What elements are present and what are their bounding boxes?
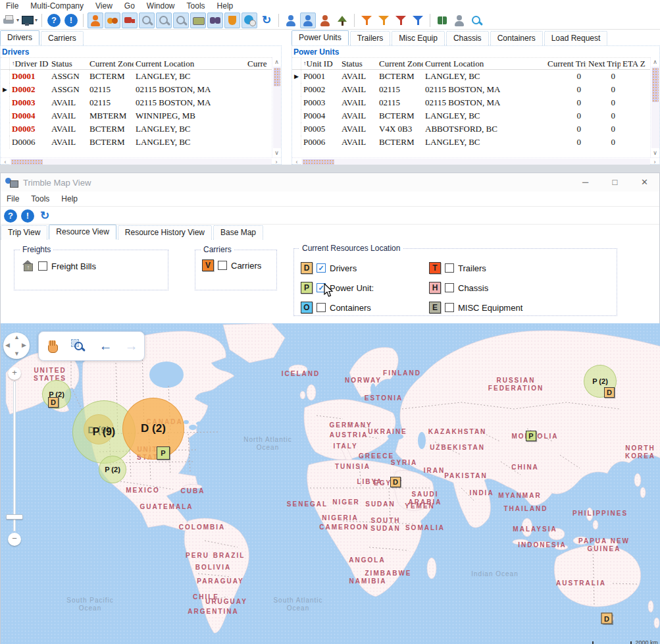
help-button[interactable]: ? — [3, 208, 18, 224]
pan-right-icon[interactable]: ▶ — [22, 342, 26, 348]
resource-toggle-freight-bills[interactable]: Freight Bills — [21, 259, 168, 273]
map-compass-pad[interactable]: ▲ ▼ ◀ ▶ — [3, 333, 30, 359]
table-row[interactable]: P0002AVAIL0211502115 BOSTON, MA00 — [292, 83, 650, 96]
menu-go[interactable]: Go — [118, 1, 141, 11]
table-row[interactable]: ▶D0002ASSGN0211502115 BOSTON, MA — [1, 83, 272, 96]
back-arrow-icon[interactable]: ← — [99, 338, 113, 354]
tab-load-request[interactable]: Load Request — [544, 31, 608, 45]
world-clock-button[interactable] — [241, 13, 257, 28]
column-header-status[interactable]: Status — [49, 59, 88, 69]
zoom-rectangle-icon[interactable] — [71, 339, 87, 354]
filter-button[interactable] — [359, 13, 374, 28]
table-row[interactable]: D0006AVAILBCTERMLANGLEY, BC — [1, 136, 272, 149]
table-row[interactable]: D0005AVAILBCTERMLANGLEY, BC — [1, 122, 272, 136]
column-header-eta-z[interactable]: ETA Z — [621, 59, 650, 69]
column-header-current-zone[interactable]: Current Zone — [88, 59, 134, 69]
resource-toggle-carriers[interactable]: VCarriers — [202, 259, 276, 271]
zoom-out-button[interactable]: − — [8, 533, 21, 546]
checkbox-chassis[interactable] — [445, 283, 454, 292]
menu-multi-company[interactable]: Multi-Company — [24, 1, 89, 11]
checkbox-drivers[interactable]: ✓ — [317, 263, 326, 273]
column-header-unit-id[interactable]: ↑Unit ID — [301, 59, 340, 69]
tab-carriers[interactable]: Carriers — [41, 31, 84, 45]
resource-toggle-trailers[interactable]: TTrailers — [429, 258, 594, 278]
table-row[interactable]: P0003AVAIL0211502115 BOSTON, MA00 — [292, 96, 650, 109]
pan-up-icon[interactable]: ▲ — [14, 334, 20, 340]
filter-clear-button[interactable] — [393, 13, 409, 28]
search-orders-button[interactable] — [156, 13, 172, 28]
filter-apply-button[interactable] — [410, 13, 426, 28]
menu-file[interactable]: File — [0, 1, 24, 11]
tab-misc-equip[interactable]: Misc Equip — [392, 31, 445, 45]
title-bar[interactable]: Trimble Map View ─ □ ✕ — [1, 173, 659, 192]
tab-containers[interactable]: Containers — [490, 31, 543, 45]
scroll-down-icon[interactable]: ∨ — [651, 148, 659, 157]
resource-badge-p[interactable]: P — [526, 431, 536, 441]
cluster-marker-d-2[interactable]: D (2) — [122, 398, 184, 460]
refresh-button[interactable]: ↻ — [259, 13, 274, 28]
column-header-driver-id[interactable]: ↑Driver ID — [10, 59, 49, 69]
binoculars-button[interactable] — [207, 13, 223, 28]
planning-button[interactable] — [334, 13, 350, 28]
user-button[interactable] — [283, 13, 299, 28]
help-button[interactable]: ? — [46, 13, 62, 28]
scroll-down-icon[interactable]: ∨ — [272, 148, 281, 157]
table-row[interactable]: P0006AVAILBCTERMLANGLEY, BC00 — [292, 136, 650, 149]
scrollbar-thumb[interactable] — [652, 68, 659, 102]
security-button[interactable] — [224, 13, 240, 28]
global-search-button[interactable] — [469, 13, 484, 28]
checkbox-freight-bills[interactable] — [38, 261, 47, 271]
ledger-button[interactable] — [434, 13, 450, 28]
tab-trailers[interactable]: Trailers — [350, 31, 391, 45]
resource-badge-d[interactable]: D — [390, 477, 401, 487]
map-tab-resource-view[interactable]: Resource View — [49, 225, 116, 240]
zoom-slider-thumb[interactable] — [6, 514, 23, 520]
drivers-vertical-scrollbar[interactable]: ∧ ∨ — [272, 57, 281, 157]
resource-toggle-power-unit[interactable]: P✓Power Unit: — [301, 278, 429, 298]
add-user-button[interactable] — [300, 13, 316, 28]
resource-toggle-chassis[interactable]: HChassis — [429, 278, 594, 298]
table-row[interactable]: P0005AVAILV4X 0B3ABBOTSFORD, BC00 — [292, 122, 650, 136]
pan-hand-icon[interactable] — [45, 340, 59, 353]
resource-toggle-misc-equipment[interactable]: EMISC Equipment — [429, 298, 594, 317]
forward-arrow-icon[interactable]: → — [125, 338, 138, 354]
map-tab-trip-view[interactable]: Trip View — [1, 225, 47, 240]
trucks-button[interactable] — [122, 13, 138, 28]
menu-tools[interactable]: Tools — [181, 1, 211, 11]
map-menu-file[interactable]: File — [1, 194, 25, 203]
map-menu-tools[interactable]: Tools — [25, 194, 55, 203]
close-button[interactable]: ✕ — [630, 174, 659, 192]
resource-badge-d[interactable]: D — [604, 387, 615, 398]
filter-add-button[interactable] — [376, 13, 392, 28]
menu-view[interactable]: View — [89, 1, 118, 11]
person-search-button[interactable] — [451, 13, 467, 28]
column-header-current-trip[interactable]: Current Trip — [546, 59, 586, 69]
cluster-marker-p-2[interactable]: P (2) — [99, 456, 126, 483]
table-row[interactable]: ▶P0001AVAILBCTERMLANGLEY, BC00 — [292, 70, 650, 83]
info-button[interactable]: ! — [63, 13, 79, 28]
print-button[interactable]: ▾ — [2, 13, 19, 28]
pan-down-icon[interactable]: ▼ — [14, 350, 20, 357]
power-units-vertical-scrollbar[interactable]: ∧ ∨ — [650, 57, 659, 157]
console-button[interactable]: ▾ — [20, 13, 38, 28]
info-button[interactable]: ! — [20, 208, 36, 224]
column-header-current-location[interactable]: Current Location — [134, 59, 245, 69]
pan-left-icon[interactable]: ◀ — [5, 342, 10, 348]
scroll-up-icon[interactable]: ∧ — [651, 57, 659, 67]
column-header-curre[interactable]: Curre — [245, 59, 272, 69]
drivers-button[interactable] — [88, 13, 103, 28]
menu-help[interactable]: Help — [211, 1, 240, 11]
column-header-current-location[interactable]: Current Location — [423, 59, 546, 69]
column-header-current-zone[interactable]: Current Zone — [377, 59, 423, 69]
map-tab-resource-history-view[interactable]: Resource History View — [118, 225, 212, 240]
map-menu-help[interactable]: Help — [55, 194, 84, 203]
column-header-status[interactable]: Status — [340, 59, 377, 69]
maximize-button[interactable]: □ — [600, 174, 630, 192]
menu-window[interactable]: Window — [141, 1, 181, 11]
checkbox-trailers[interactable] — [445, 263, 454, 273]
window-splitter[interactable] — [0, 165, 660, 173]
search-trips-button[interactable] — [139, 13, 155, 28]
carriers-button[interactable] — [105, 13, 120, 28]
world-map[interactable]: UNITED STATESICELANDNORWAYFINLANDESTONIA… — [1, 323, 660, 644]
resource-badge-p[interactable]: P — [157, 446, 170, 460]
